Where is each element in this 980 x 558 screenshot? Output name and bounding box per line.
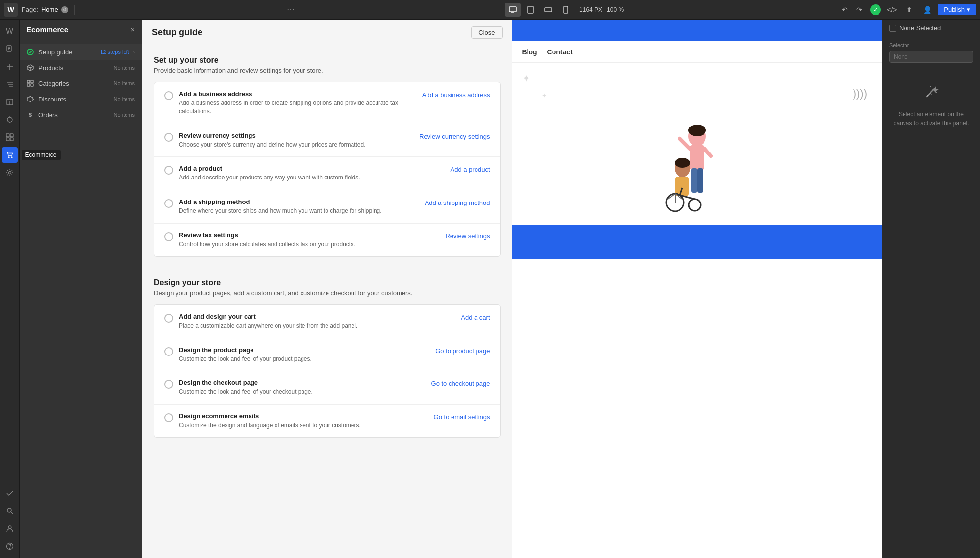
preview-header-bar [512,20,882,41]
setup-guide-panel: Setup guide Close Set up your store Prov… [142,20,512,558]
webflow-logo[interactable]: W [4,3,18,17]
mobile-landscape-view-btn[interactable] [540,3,556,17]
item-radio-2[interactable] [164,166,173,175]
item-radio-0[interactable] [164,91,173,100]
sidebar-item-help[interactable] [2,538,18,554]
setup-guide-title: Setup guide [152,27,202,38]
svg-point-31 [9,548,10,548]
svg-line-35 [27,67,30,68]
svg-line-28 [11,512,13,514]
sidebar-item-ecommerce[interactable]: Ecommerce [2,147,18,163]
nav-item-products[interactable]: Products No items [20,60,142,76]
svg-marker-41 [27,96,34,102]
ecommerce-close-btn[interactable]: × [131,26,135,34]
ecommerce-panel: Ecommerce × Setup guide 12 steps left › … [20,20,142,558]
nav-item-discounts[interactable]: Discounts No items [20,91,142,107]
sidebar-item-audit[interactable] [2,485,18,501]
svg-rect-21 [10,134,13,137]
users-btn[interactable]: 👤 [920,3,934,17]
page-name: Home [41,6,58,13]
item-action-1[interactable]: Review currency settings [419,133,490,140]
item-content-2: Add a product Add and describe your prod… [179,165,445,182]
sidebar-item-members[interactable] [2,521,18,536]
nav-item-orders[interactable]: $ Orders No items [20,107,142,123]
sidebar-item-cms[interactable] [2,94,18,110]
design-radio-3[interactable] [164,413,173,422]
item-content-0: Add a business address Add a business ad… [179,90,416,116]
design-action-1[interactable]: Go to product page [435,347,490,355]
svg-rect-14 [7,99,13,105]
item-radio-3[interactable] [164,199,173,208]
svg-rect-0 [509,7,516,12]
sidebar-item-assets[interactable] [2,129,18,145]
design-title-3: Design ecommerce emails [179,412,428,420]
item-action-3[interactable]: Add a shipping method [425,199,490,206]
setup-item-emails: Design ecommerce emails Customize the de… [154,405,500,437]
publish-button[interactable]: Publish ▾ [938,4,976,15]
setup-guide-close-btn[interactable]: Close [471,26,502,39]
mobile-view-btn[interactable] [558,3,574,17]
code-editor-btn[interactable]: </> [885,3,899,17]
tablet-view-btn[interactable] [523,3,538,17]
preview-nav-contact: Contact [547,48,573,56]
svg-rect-23 [10,138,13,141]
none-selected-checkbox[interactable] [889,25,896,32]
design-radio-2[interactable] [164,380,173,389]
canvas-size: 1164 PX 100 % [579,6,624,13]
item-action-0[interactable]: Add a business address [422,91,490,99]
design-radio-0[interactable] [164,314,173,323]
sidebar-item-settings[interactable] [2,165,18,180]
design-action-0[interactable]: Add a cart [461,314,490,321]
sidebar-item-add[interactable] [2,59,18,75]
item-content-3: Add a shipping method Define where your … [179,198,419,215]
share-btn[interactable]: ⬆ [903,3,916,17]
setup-guide-icon [26,48,34,56]
nav-item-categories[interactable]: Categories No items [20,76,142,91]
item-action-2[interactable]: Add a product [451,166,490,173]
ecommerce-panel-header: Ecommerce × [20,20,142,40]
selector-input[interactable] [889,51,973,63]
svg-rect-4 [564,6,568,13]
design-action-3[interactable]: Go to email settings [434,413,490,421]
wave-decoration: )))) [853,87,867,100]
section-design-desc: Design your product pages, add a custom … [154,289,501,297]
design-radio-1[interactable] [164,347,173,356]
svg-point-24 [8,157,9,158]
discounts-icon [26,95,34,103]
svg-point-48 [688,125,706,136]
design-content-3: Design ecommerce emails Customize the de… [179,412,428,430]
setup-item-cart: Add and design your cart Place a customi… [154,305,500,338]
sidebar-item-navigator[interactable] [2,76,18,92]
design-action-2[interactable]: Go to checkout page [431,380,490,387]
setup-item-product: Add a product Add and describe your prod… [154,157,500,190]
page-status-icon: ↺ [61,6,68,13]
item-desc-1: Choose your store's currency and define … [179,141,413,149]
item-radio-4[interactable] [164,232,173,241]
item-radio-1[interactable] [164,133,173,142]
design-title-0: Add and design your cart [179,313,455,320]
categories-badge: No items [114,80,135,86]
design-content-1: Design the product page Customize the lo… [179,346,429,363]
desktop-view-btn[interactable] [505,3,521,17]
nav-item-setup-guide[interactable]: Setup guide 12 steps left › [20,44,142,60]
item-action-4[interactable]: Review settings [445,232,490,240]
item-title-2: Add a product [179,165,445,172]
sidebar-item-style-manager[interactable] [2,112,18,127]
topbar-more-options[interactable]: ⋯ [287,5,295,14]
svg-point-62 [936,92,937,93]
section-design-title: Design your store [154,279,501,287]
preview-illustration: ✦ ✦ )))) [512,63,882,259]
topbar-divider [74,5,75,15]
svg-rect-43 [690,145,704,170]
categories-label: Categories [38,80,110,87]
sidebar-item-pages[interactable] [2,41,18,57]
sidebar-item-logo[interactable]: W [2,24,18,39]
discounts-badge: No items [114,96,135,102]
sidebar-item-search[interactable] [2,503,18,519]
undo-btn[interactable]: ↶ [838,3,852,17]
svg-point-25 [11,157,12,158]
item-desc-0: Add a business address in order to creat… [179,99,416,116]
redo-btn[interactable]: ↷ [853,3,866,17]
design-desc-0: Place a customizable cart anywhere on yo… [179,322,455,330]
style-panel-header: None Selected [882,20,980,37]
